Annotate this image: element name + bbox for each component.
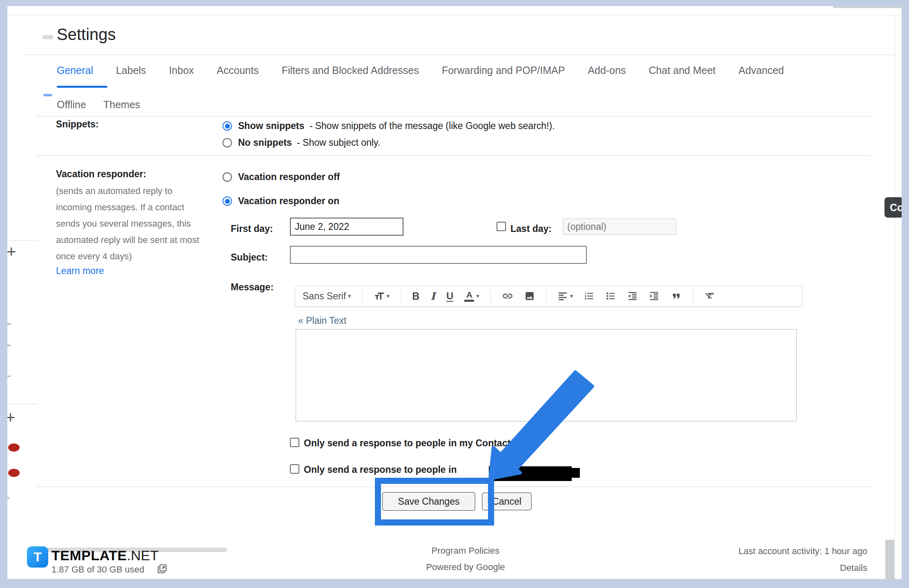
- bold-icon[interactable]: B: [412, 290, 419, 302]
- font-family-dropdown[interactable]: Sans Serif ▾: [303, 291, 351, 302]
- tab-themes[interactable]: Themes: [103, 99, 140, 111]
- divider: [36, 155, 872, 156]
- domain-only-checkbox[interactable]: [290, 464, 299, 474]
- contacts-only-checkbox[interactable]: [290, 438, 299, 447]
- highlight-box-annotation: [375, 478, 494, 526]
- message-textarea[interactable]: [296, 329, 797, 421]
- last-account-activity: Last account activity: 1 hour ago: [738, 546, 867, 557]
- template-net-logo: T: [27, 546, 48, 568]
- divider: [25, 54, 894, 55]
- tab-forwarding[interactable]: Forwarding and POP/IMAP: [442, 65, 565, 76]
- compose-tooltip-fragment[interactable]: Co: [884, 197, 903, 218]
- bulleted-list-icon[interactable]: [606, 291, 616, 301]
- font-family-value: Sans Serif: [303, 291, 346, 302]
- domain-only-label: Only send a response to people in: [304, 464, 457, 475]
- template-net-logo-letter: T: [33, 550, 42, 565]
- redaction-bar: [489, 466, 572, 481]
- vacation-on-label: Vacation responder on: [238, 196, 339, 207]
- template-net-wordmark: TEMPLATE.NET: [51, 547, 158, 564]
- learn-more-link[interactable]: Learn more: [56, 265, 104, 276]
- plus-icon[interactable]: +: [7, 243, 16, 260]
- formatting-toolbar: Sans Serif ▾ ▾ B I U A ▾ ▾: [295, 285, 802, 307]
- text-size-icon[interactable]: ▾: [374, 291, 390, 302]
- last-day-input[interactable]: [563, 218, 676, 235]
- scrollbar-thumb[interactable]: [885, 540, 894, 579]
- top-right-bar-fragment: [833, 6, 902, 8]
- left-nav-divider: [5, 403, 38, 404]
- subject-input[interactable]: [290, 246, 587, 264]
- tab-accounts[interactable]: Accounts: [217, 65, 259, 76]
- tab-general[interactable]: General: [57, 65, 93, 76]
- page-title: Settings: [57, 25, 116, 44]
- option-title: Show snippets: [238, 120, 304, 131]
- brand-bold: TEMPLATE: [51, 548, 127, 563]
- active-tab-underline: [57, 86, 107, 88]
- subject-label: Subject:: [231, 252, 268, 263]
- vacation-off-label: Vacation responder off: [238, 172, 340, 183]
- powered-by-google: Powered by Google: [408, 562, 523, 572]
- gmail-settings-screenshot: + + Settings General Labels Inbox Accoun…: [0, 0, 909, 588]
- first-day-input[interactable]: [290, 218, 403, 236]
- left-nav-fragment-icon: [42, 35, 53, 39]
- chevron-down-icon: ▾: [570, 292, 573, 300]
- tab-filters[interactable]: Filters and Blocked Addresses: [282, 65, 419, 76]
- tab-chat-and-meet[interactable]: Chat and Meet: [649, 65, 716, 76]
- toolbar-separator: [401, 290, 401, 303]
- tab-labels[interactable]: Labels: [116, 65, 146, 76]
- toolbar-separator: [693, 290, 693, 303]
- brand-suffix: .NET: [127, 548, 158, 563]
- vacation-off-radio[interactable]: [223, 172, 232, 182]
- option-title: No snippets: [238, 137, 292, 148]
- align-icon[interactable]: ▾: [557, 291, 573, 301]
- option-desc: - Show snippets of the message (like Goo…: [310, 120, 555, 131]
- indent-less-icon[interactable]: [627, 291, 638, 301]
- italic-icon[interactable]: I: [430, 290, 435, 302]
- left-nav-dash: [7, 345, 11, 346]
- left-nav-fragment-blue: [43, 94, 52, 96]
- insert-image-icon[interactable]: [524, 291, 535, 301]
- right-edge-line: [894, 15, 895, 579]
- indent-more-icon[interactable]: [649, 291, 659, 301]
- tab-addons[interactable]: Add-ons: [588, 65, 626, 76]
- tab-inbox[interactable]: Inbox: [169, 65, 194, 76]
- plain-text-link[interactable]: « Plain Text: [298, 315, 346, 326]
- last-day-label: Last day:: [510, 223, 552, 234]
- no-snippets-radio[interactable]: [223, 138, 232, 147]
- plus-icon[interactable]: +: [6, 409, 15, 425]
- red-label-dot: [8, 469, 20, 477]
- text-color-icon[interactable]: A ▾: [464, 290, 479, 302]
- left-nav-dash: [6, 497, 10, 499]
- snippets-label: Snippets:: [56, 119, 99, 130]
- left-nav-divider: [5, 240, 38, 241]
- top-divider-line: [7, 15, 902, 16]
- show-snippets-option: Show snippets - Show snippets of the mes…: [238, 120, 555, 131]
- toolbar-separator: [362, 290, 363, 303]
- left-nav-dash: [6, 376, 11, 377]
- left-nav-dash: [7, 323, 11, 325]
- underline-icon[interactable]: U: [446, 290, 453, 302]
- contacts-only-label: Only send a response to people in my Con…: [304, 438, 516, 449]
- program-policies-link[interactable]: Program Policies: [408, 546, 523, 556]
- remove-formatting-icon[interactable]: [704, 291, 715, 302]
- tab-advanced[interactable]: Advanced: [739, 65, 784, 76]
- red-label-dot: [8, 443, 20, 452]
- toolbar-separator: [490, 290, 491, 303]
- numbered-list-icon[interactable]: [584, 291, 595, 301]
- vacation-responder-note: (sends an automated reply to incoming me…: [56, 183, 209, 265]
- vacation-responder-label: Vacation responder:: [56, 169, 146, 180]
- open-in-new-icon[interactable]: [157, 564, 167, 574]
- divider: [36, 116, 872, 117]
- vacation-on-radio[interactable]: [223, 196, 232, 206]
- tab-offline[interactable]: Offline: [57, 99, 86, 111]
- last-day-checkbox[interactable]: [497, 222, 506, 231]
- quote-icon[interactable]: [671, 290, 682, 302]
- toolbar-separator: [546, 290, 546, 303]
- details-link[interactable]: Details: [840, 563, 867, 573]
- settings-tabs-row1: General Labels Inbox Accounts Filters an…: [57, 65, 784, 76]
- no-snippets-option: No snippets - Show subject only.: [238, 137, 380, 148]
- insert-link-icon[interactable]: [502, 290, 513, 302]
- chevron-down-icon: ▾: [348, 292, 351, 300]
- option-desc: - Show subject only.: [297, 137, 380, 148]
- show-snippets-radio[interactable]: [223, 121, 232, 131]
- redaction-bar: [570, 468, 580, 478]
